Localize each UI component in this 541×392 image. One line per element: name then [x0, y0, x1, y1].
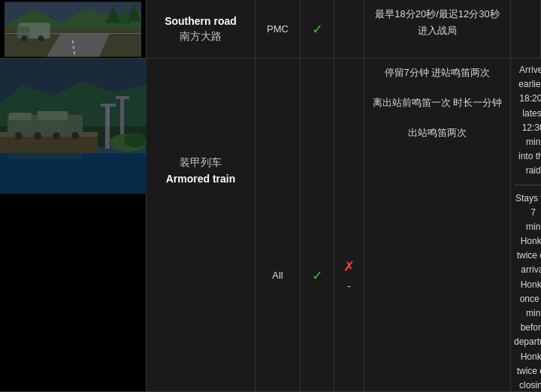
check-icon-train: ✓ [312, 267, 323, 284]
map-image-southern-road [0, 0, 147, 58]
extract-cell-train: ✗ - [334, 59, 364, 391]
info-section-3: 出站鸣笛两次 [370, 125, 504, 141]
table-row: Southern road 南方大路 PMC ✓ 最早18分20秒/最迟12分3… [0, 0, 541, 59]
svg-rect-22 [9, 113, 32, 120]
location-name-armored-train: 装甲列车 Armored train [147, 59, 255, 391]
name-chinese: 南方大路 [180, 30, 222, 44]
notes-line-closing: closing [514, 378, 541, 392]
notes-line-arrives: Arrives [514, 63, 541, 77]
notes-line-arrival: arrival [514, 263, 541, 277]
notes-line-raid: raid [514, 164, 541, 178]
svg-point-8 [21, 35, 26, 41]
svg-rect-33 [8, 153, 83, 159]
dash-icon: - [347, 279, 351, 293]
notes-cell-empty [511, 0, 541, 58]
svg-rect-23 [38, 111, 68, 120]
notes-cell-train: Arrives earliest 18:20 / latest 12:30 mi… [511, 59, 541, 391]
notes-line-stays: Stays for 7 [514, 191, 541, 220]
faction-label: PMC [267, 23, 289, 35]
notes-arrives: Arrives earliest 18:20 / latest 12:30 mi… [514, 63, 541, 179]
notes-stays: Stays for 7 min Honks twice on arrival H… [514, 191, 541, 393]
location-name-southern-road: Southern road 南方大路 [147, 0, 255, 58]
notes-line-time2: 12:30 min [514, 121, 541, 149]
info-line-train-1: 停留7分钟 进站鸣笛两次 [385, 67, 491, 78]
faction-cell-train: All [255, 59, 301, 391]
cross-icon: ✗ [343, 258, 355, 275]
notes-line-into: into the [514, 149, 541, 164]
info-line-train-3: 出站鸣笛两次 [408, 127, 467, 138]
name-chinese-train: 装甲列车 [180, 156, 222, 170]
name-english-train: Armored train [166, 173, 236, 185]
notes-line-departure: departure [514, 335, 541, 349]
info-cell-southern-road: 最早18分20秒/最迟12分30秒进入战局 [364, 0, 511, 58]
notes-line-honks3: Honks [514, 350, 541, 364]
notes-line-before: before [514, 321, 541, 335]
notes-line-time1: 18:20 / [514, 92, 541, 106]
notes-line-twice1: twice on [514, 249, 541, 263]
info-section-1: 停留7分钟 进站鸣笛两次 [370, 65, 504, 81]
check-cell-train: ✓ [301, 59, 334, 391]
notes-line-once: once 1 min [514, 292, 541, 321]
table-row-armored-train: 装甲列车 Armored train All ✓ ✗ - 停留7分钟 进站鸣笛两… [0, 59, 541, 392]
notes-line-min: min [514, 220, 541, 234]
map-image-armored-train [0, 59, 147, 391]
svg-point-35 [124, 132, 147, 147]
svg-point-27 [71, 132, 79, 140]
info-text-train: 停留7分钟 进站鸣笛两次 离出站前鸣笛一次 时长一分钟 出站鸣笛两次 [370, 65, 504, 149]
svg-point-24 [15, 132, 23, 140]
notes-divider-1 [514, 185, 541, 185]
main-table: Southern road 南方大路 PMC ✓ 最早18分20秒/最迟12分3… [0, 0, 541, 392]
notes-line-latest: latest [514, 107, 541, 121]
svg-point-9 [38, 35, 44, 41]
info-text: 最早18分20秒/最迟12分30秒进入战局 [370, 6, 504, 39]
svg-rect-32 [116, 96, 129, 99]
info-line-1: 最早18分20秒/最迟12分30秒进入战局 [375, 8, 499, 36]
check-icon: ✓ [312, 21, 323, 38]
info-line-train-2: 离出站前鸣笛一次 时长一分钟 [373, 97, 503, 108]
info-cell-train: 停留7分钟 进站鸣笛两次 离出站前鸣笛一次 时长一分钟 出站鸣笛两次 [364, 59, 511, 391]
notes-line-earliest: earliest [514, 77, 541, 92]
svg-rect-29 [101, 104, 116, 107]
extract-cell [334, 0, 364, 58]
check-cell: ✓ [301, 0, 334, 58]
info-section-2: 离出站前鸣笛一次 时长一分钟 [370, 95, 504, 111]
notes-text-train: Arrives earliest 18:20 / latest 12:30 mi… [514, 63, 541, 392]
svg-point-25 [34, 132, 41, 140]
notes-line-twice2: twice on [514, 364, 541, 378]
name-english: Southern road [165, 15, 237, 27]
notes-line-honks2: Honks [514, 278, 541, 292]
faction-cell: PMC [255, 0, 301, 58]
notes-line-honks1: Honks [514, 234, 541, 249]
svg-point-26 [53, 132, 60, 140]
faction-label-train: All [272, 270, 283, 281]
